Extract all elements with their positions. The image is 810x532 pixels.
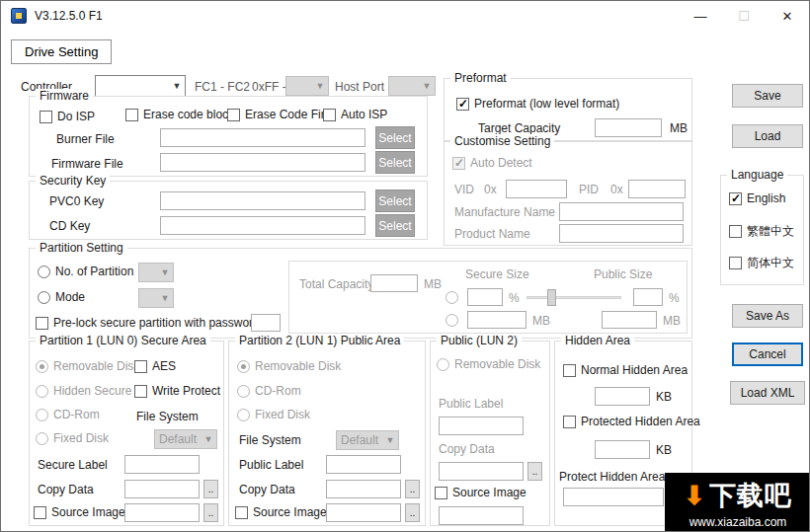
p1-copy-data-input[interactable] xyxy=(124,480,200,498)
secure-percent-input[interactable] xyxy=(467,288,503,306)
total-capacity-unit: MB xyxy=(424,277,442,291)
normal-hidden-checkbox[interactable]: Normal Hidden Area xyxy=(563,363,688,377)
do-isp-checkbox[interactable]: Do ISP xyxy=(40,110,95,123)
language-simplified-checkbox[interactable]: 简体中文 xyxy=(729,255,794,271)
p1-fixed-disk-radio[interactable]: Fixed Disk xyxy=(36,431,109,445)
no-of-partition-radio[interactable]: No. of Partition xyxy=(38,265,133,278)
public-mb-input[interactable] xyxy=(602,311,657,329)
do-isp-label: Do ISP xyxy=(57,110,95,123)
p1-secure-label-label: Secure Label xyxy=(38,458,108,472)
partition2-group: Partition 2 (LUN 1) Public Area Removabl… xyxy=(228,341,426,526)
p2-public-label-input[interactable] xyxy=(326,455,401,474)
burner-file-select-button[interactable]: Select xyxy=(375,126,415,149)
mode-radio[interactable]: Mode xyxy=(38,290,85,304)
cd-key-input[interactable] xyxy=(160,216,365,235)
p2-removable-disk-radio[interactable]: Removable Disk xyxy=(237,359,341,373)
pid-input[interactable] xyxy=(628,180,686,198)
load-button[interactable]: Load xyxy=(732,124,803,148)
p2-copy-data-input[interactable] xyxy=(326,480,401,498)
secure-mb-input[interactable] xyxy=(467,311,526,329)
auto-isp-label: Auto ISP xyxy=(341,108,387,121)
p2-cdrom-radio[interactable]: CD-Rom xyxy=(237,384,301,398)
preformat-checkbox[interactable]: Preformat (low level format) xyxy=(456,97,619,111)
prelock-checkbox[interactable]: Pre-lock secure partition with password … xyxy=(36,316,266,330)
p2-source-image-browse-button[interactable]: .. xyxy=(405,503,420,522)
protected-hidden-checkbox[interactable]: Protected Hidden Area xyxy=(563,415,700,428)
protect-hidden-input[interactable] xyxy=(563,488,664,506)
language-traditional-checkbox[interactable]: 繁體中文 xyxy=(729,223,794,240)
pub-source-image-input[interactable] xyxy=(439,506,524,525)
erase-code-block-checkbox[interactable]: Erase code block xyxy=(125,108,234,121)
normal-hidden-size-input[interactable] xyxy=(595,387,650,406)
p1-copy-data-browse-button[interactable]: .. xyxy=(203,480,218,498)
minimize-button[interactable]: — xyxy=(679,1,722,31)
controller-select[interactable]: ▼ xyxy=(95,75,186,97)
p1-source-image-browse-button[interactable]: .. xyxy=(203,503,218,522)
p1-hidden-secure-radio[interactable]: Hidden Secure xyxy=(36,384,131,398)
protected-hidden-unit: KB xyxy=(656,443,672,457)
p1-removable-disk-radio[interactable]: Removable Disk xyxy=(36,359,139,373)
secure-mb-unit: MB xyxy=(532,314,550,328)
host-port-select[interactable]: ▼ xyxy=(388,76,436,96)
p2-file-system-select[interactable]: Default ▼ xyxy=(336,430,399,450)
save-as-button[interactable]: Save As xyxy=(732,304,803,328)
chevron-down-icon: ▼ xyxy=(201,434,216,444)
p1-source-image-label: Source Image xyxy=(51,505,125,519)
p1-file-system-select[interactable]: Default ▼ xyxy=(154,429,217,449)
pub-copy-data-browse-button[interactable]: .. xyxy=(527,462,542,481)
product-name-input[interactable] xyxy=(559,224,684,243)
prelock-password-input[interactable] xyxy=(251,314,281,332)
p1-copy-data-label: Copy Data xyxy=(38,483,94,496)
p1-cdrom-radio[interactable]: CD-Rom xyxy=(36,408,100,421)
pub-source-image-checkbox[interactable]: Source Image xyxy=(435,486,526,499)
p1-aes-checkbox[interactable]: AES xyxy=(134,359,176,373)
pub-removable-disk-radio[interactable]: Removable Disk xyxy=(437,357,540,371)
tab-drive-setting[interactable]: Drive Setting xyxy=(11,39,112,64)
p1-source-image-input[interactable] xyxy=(124,503,200,522)
p2-copy-data-browse-button[interactable]: .. xyxy=(405,480,420,498)
erase-code-first-checkbox[interactable]: Erase Code First xyxy=(227,108,334,121)
pub-copy-data-input[interactable] xyxy=(439,462,524,481)
firmware-file-select-button[interactable]: Select xyxy=(375,151,415,174)
size-mb-radio[interactable] xyxy=(446,314,458,327)
cancel-button[interactable]: Cancel xyxy=(732,342,803,366)
pvc0-key-input[interactable] xyxy=(160,191,365,210)
close-button[interactable]: ✕ xyxy=(766,1,809,31)
public-percent-input[interactable] xyxy=(633,288,663,306)
pvc0-key-select-button[interactable]: Select xyxy=(375,190,415,212)
save-button[interactable]: Save xyxy=(732,84,803,108)
load-xml-button[interactable]: Load XML xyxy=(730,381,805,405)
p2-fixed-disk-radio[interactable]: Fixed Disk xyxy=(237,408,310,421)
manufacture-name-label: Manufacture Name xyxy=(454,205,555,219)
preformat-label: Preformat (low level format) xyxy=(474,97,619,111)
total-capacity-input[interactable] xyxy=(370,274,418,292)
maximize-button[interactable]: ☐ xyxy=(722,1,766,31)
chevron-down-icon: ▼ xyxy=(382,435,398,445)
size-percent-radio[interactable] xyxy=(446,291,458,304)
hex-select[interactable]: ▼ xyxy=(285,76,329,96)
pub-public-label-input[interactable] xyxy=(439,417,524,435)
p1-source-image-checkbox[interactable]: Source Image xyxy=(34,505,125,519)
p2-source-image-checkbox[interactable]: Source Image xyxy=(235,505,327,519)
p1-secure-label-input[interactable] xyxy=(124,455,200,474)
firmware-file-input[interactable] xyxy=(160,153,365,172)
no-of-partition-select[interactable]: ▼ xyxy=(138,263,174,282)
slider-thumb[interactable] xyxy=(547,289,556,306)
app-icon xyxy=(11,8,27,24)
secure-size-slider[interactable] xyxy=(526,288,621,306)
auto-detect-checkbox[interactable]: Auto Detect xyxy=(452,156,532,170)
manufacture-name-input[interactable] xyxy=(559,202,684,221)
hex-prefix-label: 0xFF - xyxy=(252,80,286,94)
language-english-checkbox[interactable]: English xyxy=(729,191,785,205)
p2-source-image-input[interactable] xyxy=(326,503,401,522)
auto-isp-checkbox[interactable]: Auto ISP xyxy=(323,108,387,121)
watermark: ⬇ 下载吧 www.xiazaiba.com xyxy=(665,473,810,532)
cd-key-select-button[interactable]: Select xyxy=(375,214,415,237)
burner-file-input[interactable] xyxy=(160,128,365,147)
mode-select[interactable]: ▼ xyxy=(138,288,174,308)
title-bar: V3.12.5.0 F1 — ☐ ✕ xyxy=(1,1,809,31)
protected-hidden-size-input[interactable] xyxy=(595,440,650,459)
target-capacity-input[interactable] xyxy=(595,118,662,137)
vid-input[interactable] xyxy=(506,180,567,198)
p1-write-protect-checkbox[interactable]: Write Protect xyxy=(134,384,220,398)
